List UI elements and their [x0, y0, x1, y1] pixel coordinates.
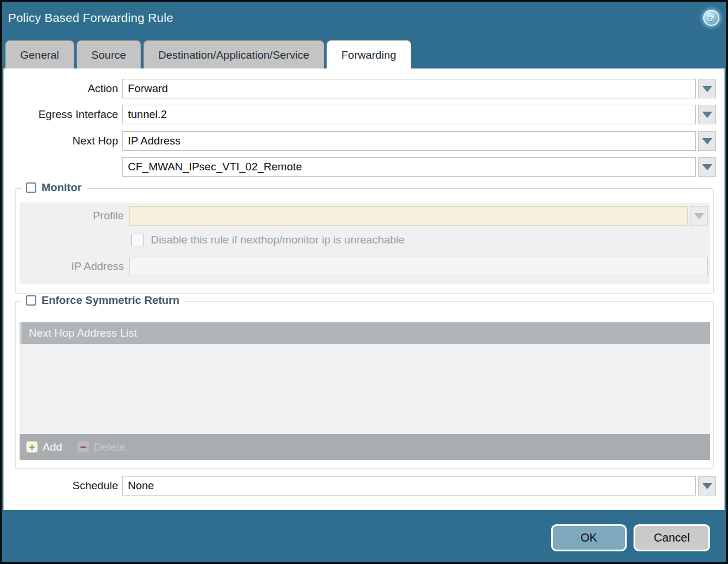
monitor-fieldset: Monitor Profile Disable [15, 188, 714, 294]
chevron-down-icon [702, 164, 712, 170]
action-combobox [122, 79, 716, 98]
next-hop-address-row [3, 157, 716, 177]
pbf-rule-dialog: Policy Based Forwarding Rule ? General S… [0, 0, 728, 564]
help-icon-glyph: ? [708, 13, 714, 23]
action-dropdown-trigger[interactable] [698, 79, 716, 98]
enforce-symmetric-return-legend: Enforce Symmetric Return [21, 294, 184, 307]
next-hop-row: Next Hop [3, 131, 716, 151]
next-hop-combobox [122, 131, 716, 151]
add-button-label: Add [43, 441, 62, 454]
chevron-down-icon [702, 138, 712, 144]
schedule-row: Schedule [3, 476, 716, 496]
egress-interface-row: Egress Interface [3, 105, 716, 124]
next-hop-address-combobox [122, 157, 716, 177]
action-row: Action [3, 79, 716, 98]
chevron-down-icon [702, 112, 712, 118]
next-hop-label: Next Hop [3, 135, 118, 147]
schedule-input[interactable] [122, 476, 696, 496]
dialog-titlebar: Policy Based Forwarding Rule ? [2, 2, 726, 39]
chevron-down-icon [702, 86, 712, 92]
cancel-button-label: Cancel [654, 531, 689, 544]
monitor-legend: Monitor [21, 181, 86, 194]
profile-dropdown-trigger [690, 206, 708, 226]
monitor-ip-address-input [129, 257, 708, 276]
enforce-symmetric-return-checkbox[interactable] [26, 295, 36, 306]
egress-interface-input[interactable] [122, 105, 696, 124]
egress-interface-label: Egress Interface [3, 108, 118, 121]
dialog-title: Policy Based Forwarding Rule [8, 11, 173, 25]
next-hop-address-dropdown-trigger[interactable] [698, 157, 716, 177]
profile-input [129, 206, 688, 226]
add-button[interactable]: + Add [26, 441, 62, 454]
monitor-ip-address-row: IP Address [20, 257, 708, 276]
egress-interface-dropdown-trigger[interactable] [698, 105, 716, 124]
next-hop-address-list-body[interactable] [20, 344, 710, 434]
next-hop-address-list-column-header[interactable]: Next Hop Address List [20, 322, 710, 344]
schedule-label: Schedule [3, 479, 118, 492]
next-hop-dropdown-trigger[interactable] [698, 131, 716, 151]
tab-general[interactable]: General [5, 40, 74, 68]
profile-label: Profile [20, 209, 124, 222]
action-label: Action [3, 82, 118, 95]
monitor-panel: Profile Disable this rule if nexthop/mon… [20, 203, 710, 284]
action-input[interactable] [122, 79, 696, 98]
tab-strip: General Source Destination/Application/S… [5, 40, 411, 68]
grid-toolbar: + Add − Delete [20, 434, 710, 460]
ok-button-label: OK [581, 531, 597, 544]
schedule-dropdown-trigger[interactable] [698, 476, 716, 496]
next-hop-address-input[interactable] [122, 157, 696, 177]
next-hop-address-list-header-label: Next Hop Address List [29, 327, 137, 340]
forwarding-tab-panel: Action Egress Interface Next Hop [3, 68, 725, 510]
enforce-symmetric-return-fieldset: Enforce Symmetric Return Next Hop Addres… [15, 301, 714, 469]
monitor-checkbox[interactable] [26, 182, 36, 193]
schedule-combobox [122, 476, 716, 496]
tab-destination-application-service[interactable]: Destination/Application/Service [143, 40, 324, 68]
monitor-ip-address-label: IP Address [20, 260, 124, 273]
minus-icon: − [77, 441, 89, 453]
disable-rule-row: Disable this rule if nexthop/monitor ip … [20, 231, 708, 249]
next-hop-address-list-grid: Next Hop Address List + Add − Delete [20, 322, 710, 460]
chevron-down-icon [694, 213, 704, 219]
profile-row: Profile [20, 206, 708, 226]
tab-forwarding[interactable]: Forwarding [327, 40, 411, 68]
delete-button-label: Delete [94, 441, 126, 454]
ok-button[interactable]: OK [551, 524, 627, 551]
egress-interface-combobox [122, 105, 716, 124]
enforce-symmetric-return-legend-label: Enforce Symmetric Return [41, 294, 180, 307]
next-hop-input[interactable] [122, 131, 696, 151]
tab-source[interactable]: Source [77, 40, 141, 68]
disable-rule-checkbox-label: Disable this rule if nexthop/monitor ip … [151, 234, 404, 246]
delete-button: − Delete [77, 441, 126, 454]
plus-icon: + [26, 441, 38, 453]
monitor-legend-label: Monitor [41, 181, 82, 194]
disable-rule-checkbox [131, 234, 144, 246]
help-icon[interactable]: ? [703, 10, 719, 26]
cancel-button[interactable]: Cancel [634, 524, 710, 551]
chevron-down-icon [702, 483, 712, 489]
profile-combobox [129, 206, 708, 226]
